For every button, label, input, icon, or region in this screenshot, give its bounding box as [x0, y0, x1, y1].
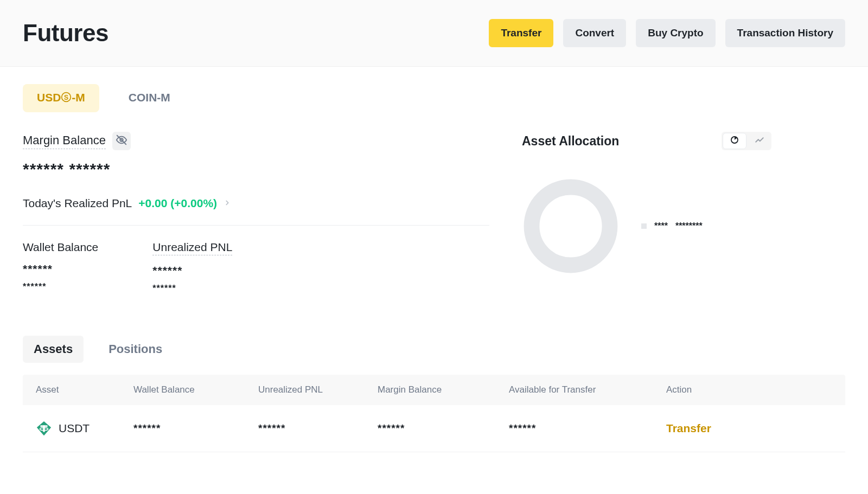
circled-s-icon: S — [61, 92, 72, 105]
col-action: Action — [666, 384, 832, 395]
allocation-donut-chart — [522, 177, 620, 275]
svg-point-5 — [532, 187, 610, 265]
unrealized-pnl-value-secondary: ****** — [152, 284, 232, 293]
tab-coin-m[interactable]: COIN-M — [114, 84, 184, 112]
unrealized-pnl-block: Unrealized PNL ****** ****** — [152, 241, 232, 293]
wallet-balance-value-secondary: ****** — [23, 282, 98, 292]
legend-value: ******** — [675, 221, 703, 231]
unrealized-pnl-value-primary: ****** — [152, 264, 232, 277]
col-margin-balance: Margin Balance — [378, 384, 509, 395]
allocation-view-toggle — [722, 132, 771, 150]
header-bar: Futures Transfer Convert Buy Crypto Tran… — [0, 0, 868, 67]
tab-usds-m-suffix: -M — [72, 91, 85, 104]
unrealized-pnl-label: Unrealized PNL — [152, 241, 232, 255]
line-chart-icon — [755, 135, 764, 147]
convert-button[interactable]: Convert — [563, 19, 626, 47]
asset-cell: USDT — [36, 420, 133, 437]
wallet-balance-label: Wallet Balance — [23, 241, 98, 254]
cell-margin-balance: ****** — [378, 422, 509, 434]
toggle-visibility-button[interactable] — [112, 132, 131, 150]
wallet-balance-block: Wallet Balance ****** ****** — [23, 241, 98, 293]
realized-pnl-row[interactable]: Today's Realized PnL +0.00 (+0.00%) — [23, 197, 489, 210]
asset-symbol: USDT — [59, 422, 90, 435]
transfer-button[interactable]: Transfer — [489, 19, 553, 47]
realized-pnl-value: +0.00 (+0.00%) — [138, 197, 217, 210]
col-wallet-balance: Wallet Balance — [133, 384, 258, 395]
buy-crypto-button[interactable]: Buy Crypto — [636, 19, 715, 47]
pie-chart-icon — [730, 135, 739, 147]
table-header-row: Asset Wallet Balance Unrealized PNL Marg… — [23, 375, 845, 405]
tab-positions[interactable]: Positions — [98, 336, 173, 363]
futures-type-tabs: USDS-M COIN-M — [23, 84, 845, 112]
svg-text:S: S — [64, 94, 68, 101]
transaction-history-button[interactable]: Transaction History — [725, 19, 845, 47]
table-row: USDT ****** ****** ****** ****** Transfe… — [23, 405, 845, 452]
col-available-transfer: Available for Transfer — [509, 384, 666, 395]
allocation-legend: **** ******** — [641, 221, 703, 231]
tab-usds-m[interactable]: USDS-M — [23, 84, 99, 112]
svg-rect-8 — [43, 425, 44, 432]
allocation-line-toggle[interactable] — [748, 132, 771, 150]
asset-allocation-title: Asset Allocation — [522, 134, 619, 149]
margin-balance-label: Margin Balance — [23, 133, 106, 149]
page-title: Futures — [23, 20, 108, 47]
chevron-right-icon — [224, 198, 231, 209]
tab-usds-m-prefix: USD — [37, 91, 61, 104]
allocation-pie-toggle[interactable] — [723, 133, 746, 149]
assets-positions-tabs: Assets Positions — [23, 336, 845, 363]
assets-table: Asset Wallet Balance Unrealized PNL Marg… — [23, 375, 845, 452]
col-asset: Asset — [36, 384, 133, 395]
header-actions: Transfer Convert Buy Crypto Transaction … — [489, 19, 845, 47]
divider — [23, 225, 489, 226]
legend-name: **** — [654, 221, 668, 231]
realized-pnl-label: Today's Realized PnL — [23, 197, 132, 210]
cell-unrealized-pnl: ****** — [258, 422, 378, 434]
usdt-icon — [36, 420, 52, 437]
tab-assets[interactable]: Assets — [23, 336, 84, 363]
wallet-balance-value-primary: ****** — [23, 262, 98, 275]
eye-off-icon — [116, 134, 127, 148]
margin-balance-value: ****** ****** — [23, 160, 489, 178]
row-transfer-link[interactable]: Transfer — [666, 422, 832, 435]
legend-swatch — [641, 223, 647, 229]
col-unrealized-pnl: Unrealized PNL — [258, 384, 378, 395]
cell-available-transfer: ****** — [509, 422, 666, 434]
cell-wallet-balance: ****** — [133, 422, 258, 434]
